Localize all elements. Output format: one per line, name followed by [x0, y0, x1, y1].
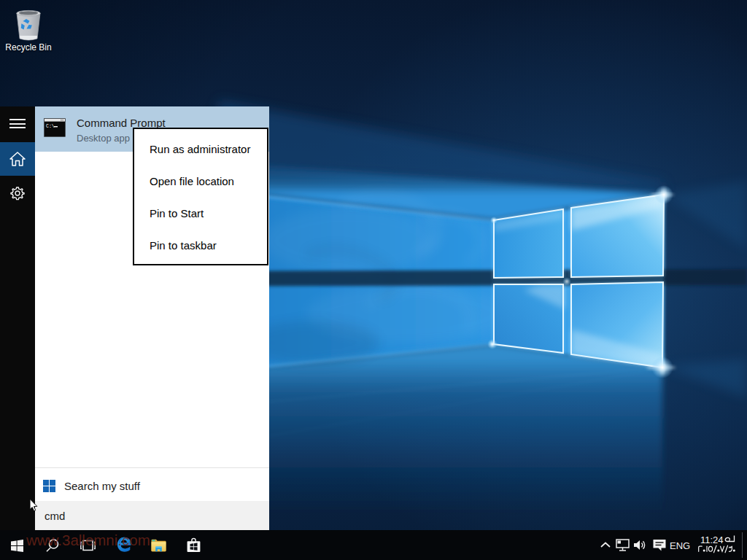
svg-text:C:\: C:\: [46, 124, 55, 129]
